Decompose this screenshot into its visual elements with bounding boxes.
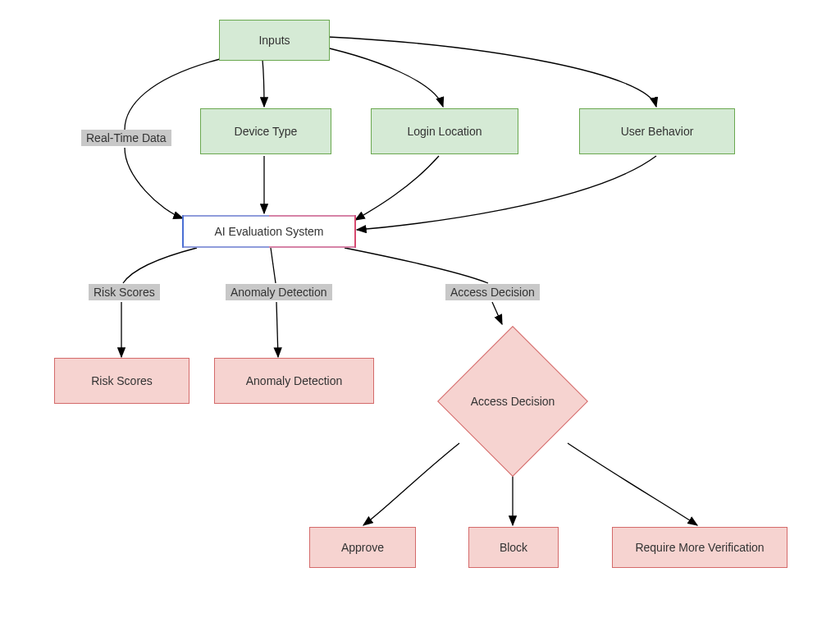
node-inputs: Inputs: [219, 20, 330, 61]
label-anomaly-detection: Anomaly Detection: [226, 284, 332, 300]
node-anomaly-detection: Anomaly Detection: [214, 358, 374, 404]
node-anomaly-detection-label: Anomaly Detection: [246, 374, 343, 388]
label-access-decision: Access Decision: [445, 284, 540, 300]
node-login-location: Login Location: [371, 108, 518, 154]
node-device-type-label: Device Type: [235, 125, 298, 139]
node-inputs-label: Inputs: [258, 34, 290, 48]
label-anomaly-detection-text: Anomaly Detection: [231, 286, 327, 299]
label-access-decision-text: Access Decision: [450, 286, 535, 299]
node-device-type: Device Type: [200, 108, 331, 154]
label-risk-scores: Risk Scores: [89, 284, 160, 300]
node-user-behavior-label: User Behavior: [621, 125, 694, 139]
node-login-location-label: Login Location: [407, 125, 482, 139]
node-approve: Approve: [309, 527, 416, 568]
node-require-more-label: Require More Verification: [635, 541, 764, 555]
node-access-decision-label: Access Decision: [471, 395, 555, 408]
arrows-layer: [0, 0, 840, 618]
node-user-behavior: User Behavior: [579, 108, 735, 154]
label-risk-scores-text: Risk Scores: [94, 286, 155, 299]
label-real-time-data: Real-Time Data: [81, 130, 171, 146]
node-ai-label: AI Evaluation System: [214, 225, 323, 238]
node-access-decision: Access Decision: [436, 324, 590, 478]
node-risk-scores-label: Risk Scores: [91, 374, 153, 388]
node-risk-scores: Risk Scores: [54, 358, 189, 404]
node-block-label: Block: [500, 541, 527, 555]
node-approve-label: Approve: [341, 541, 384, 555]
node-ai-evaluation-system: AI Evaluation System: [182, 215, 356, 248]
node-block: Block: [468, 527, 559, 568]
node-require-more-verification: Require More Verification: [612, 527, 788, 568]
label-real-time-data-text: Real-Time Data: [86, 131, 167, 144]
